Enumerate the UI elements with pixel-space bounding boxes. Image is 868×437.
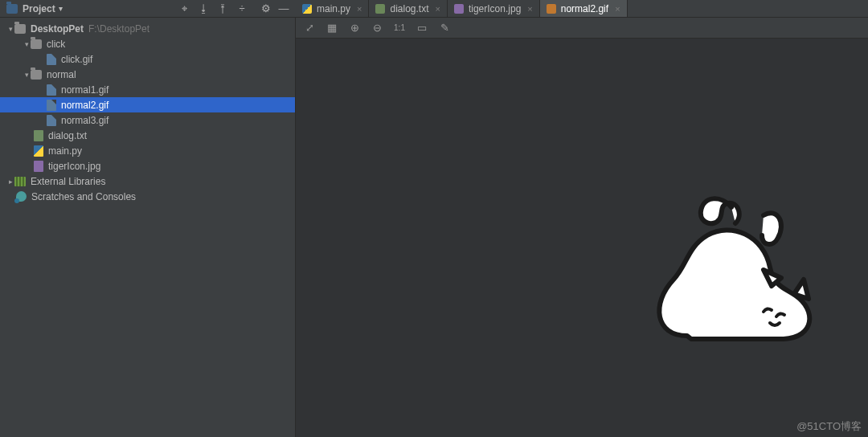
chevron-down-icon[interactable]: ▾ <box>23 40 31 48</box>
tree-label: click.gif <box>61 54 92 65</box>
scratches-icon <box>16 191 27 202</box>
tab-label: dialog.txt <box>390 3 428 14</box>
expand-all-icon[interactable]: ⭳ <box>198 2 209 14</box>
tree-label: normal2.gif <box>61 100 108 111</box>
gear-icon[interactable]: ⚙ <box>260 2 272 14</box>
chevron-down-icon[interactable]: ▾ <box>23 71 31 79</box>
preview-image <box>643 191 820 352</box>
project-tool-header: Project ▾ ⌖ ⭳ ⭱ ÷ ⚙ — <box>0 0 296 17</box>
fit-icon[interactable]: ⤢ <box>304 22 315 34</box>
tree-file-normal2[interactable]: normal2.gif <box>0 97 295 112</box>
tree-file-tigericon[interactable]: tigerIcon.jpg <box>0 158 295 174</box>
chevron-down-icon[interactable]: ▾ <box>6 25 14 33</box>
tree-external-libraries[interactable]: ▸ External Libraries <box>0 174 295 189</box>
editor-area: ⤢ ▦ ⊕ ⊖ 1:1 ▭ ✎ <box>296 18 868 437</box>
text-file-icon <box>375 4 385 14</box>
tree-file-click-gif[interactable]: click.gif <box>0 51 295 67</box>
chevron-right-icon[interactable]: ▸ <box>6 178 14 186</box>
background-icon[interactable]: ▭ <box>416 22 428 34</box>
close-icon[interactable]: × <box>527 4 532 14</box>
gif-file-icon <box>47 100 56 111</box>
tree-file-main[interactable]: main.py <box>0 143 295 158</box>
gif-file-icon <box>47 54 56 65</box>
divide-icon[interactable]: ÷ <box>236 2 248 14</box>
tab-label: main.py <box>317 3 350 14</box>
zoom-in-icon[interactable]: ⊕ <box>349 22 360 34</box>
folder-icon <box>14 24 26 34</box>
zoom-out-icon[interactable]: ⊖ <box>371 22 383 34</box>
watermark: @51CTO博客 <box>796 419 862 434</box>
project-header-tools: ⌖ ⭳ ⭱ ÷ <box>178 2 248 15</box>
libraries-icon <box>14 177 26 186</box>
tree-label: External Libraries <box>31 176 105 187</box>
tree-root-path: F:\DesktopPet <box>88 23 149 35</box>
actual-size-icon[interactable]: 1:1 <box>394 23 405 32</box>
tree-folder-normal[interactable]: ▾ normal <box>0 67 295 82</box>
tree-folder-click[interactable]: ▾ click <box>0 36 295 51</box>
top-bar: Project ▾ ⌖ ⭳ ⭱ ÷ ⚙ — main.py × dialo <box>0 0 868 18</box>
tree-root[interactable]: ▾ DesktopPet F:\DesktopPet <box>0 21 295 36</box>
close-icon[interactable]: × <box>436 4 440 14</box>
image-file-icon <box>34 161 43 172</box>
editor-tabs: main.py × dialog.txt × tigerIcon.jpg × n… <box>296 0 868 17</box>
tree-label: tigerIcon.jpg <box>48 161 100 172</box>
python-file-icon <box>34 145 43 157</box>
gif-file-icon <box>547 4 556 14</box>
tab-normal2-gif[interactable]: normal2.gif × <box>540 0 628 17</box>
close-icon[interactable]: × <box>615 4 620 14</box>
tree-file-normal3[interactable]: normal3.gif <box>0 112 295 128</box>
image-canvas[interactable]: @51CTO博客 <box>296 39 868 437</box>
gif-file-icon <box>47 84 56 96</box>
tree-label: normal3.gif <box>61 115 108 126</box>
tree-label: dialog.txt <box>48 130 87 141</box>
tab-main-py[interactable]: main.py × <box>296 0 369 17</box>
tab-dialog-txt[interactable]: dialog.txt × <box>369 0 447 17</box>
project-folder-icon <box>6 4 18 14</box>
close-icon[interactable]: × <box>357 4 362 14</box>
image-file-icon <box>454 4 464 14</box>
tab-tigericon-jpg[interactable]: tigerIcon.jpg × <box>448 0 540 17</box>
folder-icon <box>31 39 42 49</box>
tree-label: normal <box>47 69 76 80</box>
project-dropdown-icon[interactable]: ▾ <box>59 4 63 13</box>
tree-root-label: DesktopPet <box>31 23 84 35</box>
tab-label: normal2.gif <box>561 3 608 14</box>
project-sidebar: ▾ DesktopPet F:\DesktopPet ▾ click click… <box>0 18 296 437</box>
grid-icon[interactable]: ▦ <box>326 22 338 34</box>
tab-label: tigerIcon.jpg <box>469 3 521 14</box>
gif-file-icon <box>47 115 56 126</box>
folder-icon <box>31 70 42 80</box>
image-viewer-toolbar: ⤢ ▦ ⊕ ⊖ 1:1 ▭ ✎ <box>296 18 868 39</box>
python-file-icon <box>302 4 312 14</box>
tree-label: main.py <box>48 145 82 157</box>
hide-panel-icon[interactable]: — <box>278 2 289 14</box>
tree-scratches[interactable]: Scratches and Consoles <box>0 189 295 204</box>
color-picker-icon[interactable]: ✎ <box>439 22 450 34</box>
text-file-icon <box>34 130 43 141</box>
project-header-tools-2: ⚙ — <box>260 2 289 14</box>
project-tree[interactable]: ▾ DesktopPet F:\DesktopPet ▾ click click… <box>0 18 295 437</box>
tree-file-dialog[interactable]: dialog.txt <box>0 128 295 143</box>
collapse-all-icon[interactable]: ⭱ <box>217 2 228 14</box>
tree-label: Scratches and Consoles <box>31 191 136 202</box>
locate-icon[interactable]: ⌖ <box>178 2 190 15</box>
tree-file-normal1[interactable]: normal1.gif <box>0 82 295 97</box>
project-label[interactable]: Project <box>23 3 55 14</box>
tree-label: click <box>47 39 65 50</box>
tree-label: normal1.gif <box>61 84 108 96</box>
